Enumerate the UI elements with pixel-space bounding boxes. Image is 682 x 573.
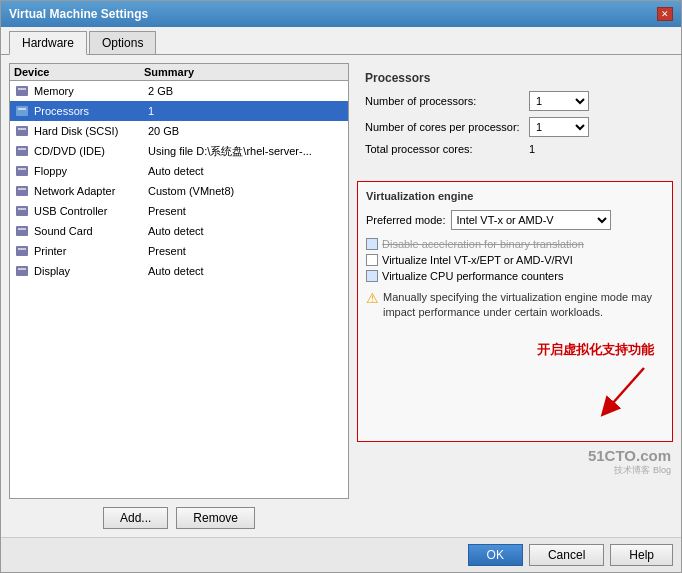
left-panel: Device Summary Memory2 GBProcessors1Hard… [9, 63, 349, 529]
remove-button[interactable]: Remove [176, 507, 255, 529]
close-button[interactable]: ✕ [657, 7, 673, 21]
warning-row: ⚠ Manually specifying the virtualization… [366, 290, 664, 321]
virt-cpu-checkbox[interactable] [366, 270, 378, 282]
device-summary: Present [148, 245, 186, 257]
table-row[interactable]: USB ControllerPresent [10, 201, 348, 221]
device-icon [14, 244, 30, 258]
table-row[interactable]: DisplayAuto detect [10, 261, 348, 281]
processors-title: Processors [365, 71, 665, 85]
warning-text: Manually specifying the virtualization e… [383, 290, 664, 321]
virt-title: Virtualization engine [366, 190, 664, 202]
device-summary: 1 [148, 105, 154, 117]
total-cores-row: Total processor cores: 1 [365, 143, 665, 155]
device-icon [14, 184, 30, 198]
tab-hardware[interactable]: Hardware [9, 31, 87, 55]
device-icon [14, 104, 30, 118]
disable-accel-checkbox[interactable] [366, 238, 378, 250]
svg-rect-12 [16, 206, 28, 216]
annotation-text: 开启虚拟化支持功能 [537, 341, 654, 359]
device-name: Hard Disk (SCSI) [34, 125, 148, 137]
table-row[interactable]: Processors1 [10, 101, 348, 121]
device-name: Printer [34, 245, 148, 257]
svg-rect-19 [18, 268, 26, 270]
svg-line-21 [604, 368, 644, 413]
device-table-header: Device Summary [10, 64, 348, 81]
cancel-button[interactable]: Cancel [529, 544, 604, 566]
ok-button[interactable]: OK [468, 544, 523, 566]
virt-intel-checkbox[interactable] [366, 254, 378, 266]
virt-intel-row: Virtualize Intel VT-x/EPT or AMD-V/RVI [366, 254, 664, 266]
main-content: Device Summary Memory2 GBProcessors1Hard… [1, 55, 681, 537]
num-processors-select[interactable]: 1248 [529, 91, 589, 111]
svg-rect-17 [18, 248, 26, 250]
table-row[interactable]: Sound CardAuto detect [10, 221, 348, 241]
tab-options[interactable]: Options [89, 31, 156, 54]
device-summary: 2 GB [148, 85, 173, 97]
virt-cpu-row: Virtualize CPU performance counters [366, 270, 664, 282]
num-processors-row: Number of processors: 1248 [365, 91, 665, 111]
device-summary: Present [148, 205, 186, 217]
disable-accel-label: Disable acceleration for binary translat… [382, 238, 584, 250]
device-name: Sound Card [34, 225, 148, 237]
table-row[interactable]: CD/DVD (IDE)Using file D:\系统盘\rhel-serve… [10, 141, 348, 161]
col-header-summary: Summary [144, 66, 194, 78]
device-icon [14, 84, 30, 98]
table-row[interactable]: Network AdapterCustom (VMnet8) [10, 181, 348, 201]
table-row[interactable]: FloppyAuto detect [10, 161, 348, 181]
device-name: Processors [34, 105, 148, 117]
preferred-mode-label: Preferred mode: [366, 214, 445, 226]
window-title: Virtual Machine Settings [9, 7, 148, 21]
svg-rect-13 [18, 208, 26, 210]
preferred-mode-row: Preferred mode: Intel VT-x or AMD-V Auto… [366, 210, 664, 230]
virt-cpu-label: Virtualize CPU performance counters [382, 270, 563, 282]
device-icon [14, 264, 30, 278]
device-summary: Auto detect [148, 265, 204, 277]
total-cores-label: Total processor cores: [365, 143, 525, 155]
device-summary: 20 GB [148, 125, 179, 137]
device-icon [14, 204, 30, 218]
device-name: USB Controller [34, 205, 148, 217]
table-row[interactable]: Memory2 GB [10, 81, 348, 101]
svg-rect-5 [18, 128, 26, 130]
device-summary: Auto detect [148, 165, 204, 177]
device-rows-container: Memory2 GBProcessors1Hard Disk (SCSI)20 … [10, 81, 348, 281]
svg-rect-1 [18, 88, 26, 90]
help-button[interactable]: Help [610, 544, 673, 566]
svg-rect-8 [16, 166, 28, 176]
col-header-device: Device [14, 66, 144, 78]
device-name: Display [34, 265, 148, 277]
main-window: Virtual Machine Settings ✕ Hardware Opti… [0, 0, 682, 573]
preferred-mode-select[interactable]: Intel VT-x or AMD-V Automatic Binary tra… [451, 210, 611, 230]
num-cores-select[interactable]: 1248 [529, 117, 589, 137]
device-name: Network Adapter [34, 185, 148, 197]
device-name: Floppy [34, 165, 148, 177]
title-controls: ✕ [657, 7, 673, 21]
svg-rect-3 [18, 108, 26, 110]
svg-rect-0 [16, 86, 28, 96]
right-panel: Processors Number of processors: 1248 Nu… [357, 63, 673, 529]
add-button[interactable]: Add... [103, 507, 168, 529]
device-summary: Using file D:\系统盘\rhel-server-... [148, 144, 312, 159]
device-icon [14, 144, 30, 158]
bottom-bar: OK Cancel Help [1, 537, 681, 572]
table-row[interactable]: PrinterPresent [10, 241, 348, 261]
svg-rect-2 [16, 106, 28, 116]
device-summary: Auto detect [148, 225, 204, 237]
device-summary: Custom (VMnet8) [148, 185, 234, 197]
device-table: Device Summary Memory2 GBProcessors1Hard… [9, 63, 349, 499]
device-icon [14, 164, 30, 178]
tabs-bar: Hardware Options [1, 27, 681, 55]
svg-rect-16 [16, 246, 28, 256]
annotation-area: 开启虚拟化支持功能 [356, 341, 654, 423]
warning-icon: ⚠ [366, 290, 379, 306]
device-btn-row: Add... Remove [9, 507, 349, 529]
table-row[interactable]: Hard Disk (SCSI)20 GB [10, 121, 348, 141]
svg-rect-6 [16, 146, 28, 156]
svg-rect-7 [18, 148, 26, 150]
device-icon [14, 224, 30, 238]
svg-rect-15 [18, 228, 26, 230]
device-name: CD/DVD (IDE) [34, 145, 148, 157]
total-cores-value: 1 [529, 143, 535, 155]
disable-accel-row: Disable acceleration for binary translat… [366, 238, 664, 250]
svg-rect-18 [16, 266, 28, 276]
